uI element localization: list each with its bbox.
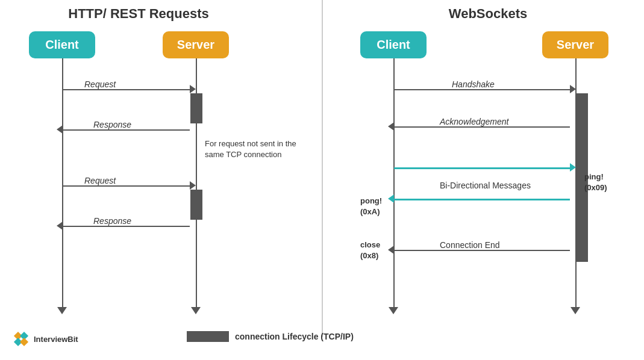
right-handshake-line <box>394 89 570 90</box>
right-section-title: WebSockets <box>355 6 621 22</box>
left-request2-line <box>63 185 190 187</box>
left-response2-line <box>63 226 190 227</box>
left-response2-arrowhead <box>57 222 63 230</box>
right-ack-arrowhead <box>388 122 394 131</box>
legend-rect <box>187 331 229 342</box>
left-server-node: Server <box>163 31 229 58</box>
right-connend-arrowhead <box>388 246 394 254</box>
right-connend-label: Connection End <box>440 240 500 250</box>
legend: connection Lifecycle (TCP/IP) <box>187 331 354 342</box>
left-client-down-arrow <box>57 307 67 314</box>
left-response1-line <box>63 129 190 131</box>
interviewbit-logo-icon <box>12 330 30 348</box>
left-client-vline <box>62 58 63 311</box>
left-client-node: Client <box>29 31 95 58</box>
left-request1-line <box>63 89 190 90</box>
right-bidir1-line <box>394 167 570 169</box>
right-server-node: Server <box>542 31 608 58</box>
right-bidir2-line <box>394 199 570 200</box>
left-response2-label: Response <box>93 216 131 226</box>
section-divider <box>322 0 323 337</box>
left-server-rect1 <box>190 93 202 123</box>
right-handshake-arrowhead <box>570 85 576 93</box>
right-bidir-label: Bi-Directional Messages <box>440 181 531 190</box>
pong-label: pong! (0xA) <box>360 196 382 217</box>
right-client-vline <box>393 58 395 311</box>
left-response1-arrowhead <box>57 125 63 134</box>
left-response1-label: Response <box>93 120 131 129</box>
right-client-down-arrow <box>389 307 398 314</box>
right-ack-line <box>394 126 570 128</box>
left-request1-arrowhead <box>190 85 196 93</box>
right-handshake-label: Handshake <box>452 79 495 89</box>
svg-rect-3 <box>20 338 28 346</box>
right-server-down-arrow <box>571 307 580 314</box>
right-connend-line <box>394 250 570 251</box>
right-ack-label: Acknowledgement <box>440 117 508 126</box>
left-section-title: HTTP/ REST Requests <box>36 6 241 22</box>
diagram-container: HTTP/ REST Requests WebSockets Client Se… <box>0 0 644 360</box>
ping-label: ping! (0x09) <box>584 172 607 193</box>
logo-text: InterviewBit <box>34 335 78 344</box>
left-request1-label: Request <box>84 79 116 89</box>
left-server-rect2 <box>190 190 202 220</box>
right-client-node: Client <box>360 31 427 58</box>
logo-area: InterviewBit <box>12 330 78 348</box>
close-label: close (0x8) <box>360 240 380 261</box>
left-note: For request not sent in the same TCP con… <box>205 138 301 160</box>
right-bidir2-arrowhead <box>388 194 394 203</box>
left-server-down-arrow <box>191 307 201 314</box>
right-bidir1-arrowhead <box>570 163 576 172</box>
legend-label: connection Lifecycle (TCP/IP) <box>235 332 354 341</box>
left-request2-arrowhead <box>190 181 196 190</box>
left-request2-label: Request <box>84 176 116 185</box>
